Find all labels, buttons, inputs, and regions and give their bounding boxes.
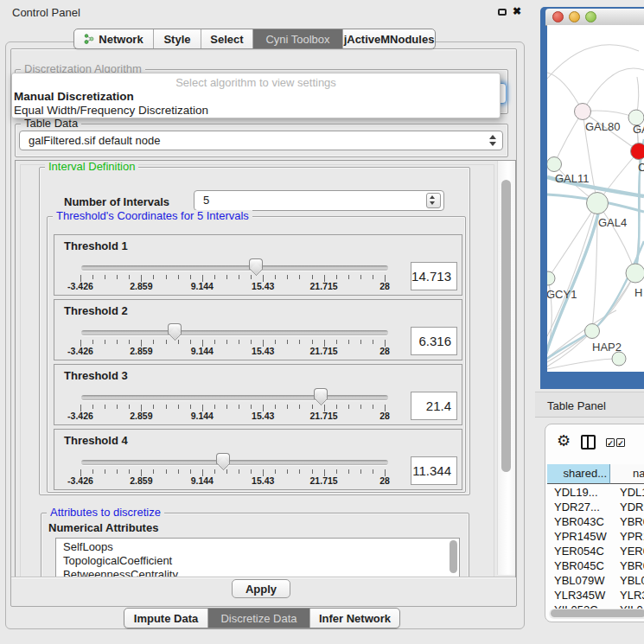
table-cell[interactable]: YBL0 bbox=[620, 574, 644, 587]
table-panel-header: Table Panel bbox=[535, 392, 644, 418]
table-hscrollbar-track[interactable] bbox=[549, 609, 644, 619]
tick-mark bbox=[105, 275, 105, 279]
dropdown-option-equal-width[interactable]: Equal Width/Frequency Discretization bbox=[14, 104, 208, 117]
list-item[interactable]: TopologicalCoefficient bbox=[63, 554, 172, 567]
table-cell[interactable]: YPR1 bbox=[620, 530, 644, 543]
list-scrollbar[interactable] bbox=[450, 540, 457, 573]
tick-mark bbox=[92, 469, 93, 474]
tick-mark bbox=[336, 340, 337, 344]
table-hscrollbar-thumb[interactable] bbox=[551, 609, 644, 617]
table-cell[interactable]: YBR0 bbox=[620, 515, 644, 528]
tab-jactivemnodules[interactable]: jActiveMNodules bbox=[343, 29, 435, 48]
split-panel-icon[interactable] bbox=[581, 435, 596, 450]
slider-track[interactable] bbox=[81, 460, 388, 465]
gear-icon[interactable]: ⚙ bbox=[557, 431, 571, 450]
network-node[interactable] bbox=[585, 324, 600, 339]
tick-mark bbox=[92, 340, 93, 344]
network-node[interactable] bbox=[626, 264, 644, 283]
network-canvas[interactable]: GAL80GACGAL11GAL4GCY1HHAP2 bbox=[547, 25, 644, 372]
table-cell[interactable]: YLR345W bbox=[554, 589, 605, 602]
slider-thumb[interactable] bbox=[249, 258, 263, 270]
tick-mark bbox=[348, 340, 349, 344]
tab-cyni-toolbox[interactable]: Cyni Toolbox bbox=[253, 29, 343, 48]
network-node[interactable] bbox=[547, 271, 555, 285]
network-edge bbox=[583, 68, 644, 112]
tick-label: 2.859 bbox=[130, 411, 152, 421]
slider-track[interactable] bbox=[81, 330, 388, 335]
tick-mark bbox=[299, 469, 300, 474]
table-cell[interactable]: YLR3 bbox=[620, 589, 644, 602]
tab-style[interactable]: Style bbox=[154, 29, 201, 48]
apply-button[interactable]: Apply bbox=[232, 579, 290, 598]
threshold-panel: Threshold 1-3.4262.8599.14415.4321.71528… bbox=[54, 234, 462, 296]
slider-track[interactable] bbox=[81, 265, 388, 271]
tick-label: 15.43 bbox=[252, 281, 274, 291]
tick-mark bbox=[153, 469, 154, 474]
slider-thumb[interactable] bbox=[216, 453, 230, 464]
close-icon[interactable]: ✖ bbox=[513, 5, 521, 17]
tick-mark bbox=[251, 340, 252, 344]
threshold-value[interactable]: 14.713 bbox=[411, 262, 457, 290]
table-cell[interactable]: YDL19... bbox=[554, 486, 598, 499]
tick-mark bbox=[214, 340, 215, 344]
table-cell[interactable]: YDR2 bbox=[620, 501, 644, 513]
spinner-buttons[interactable] bbox=[426, 193, 441, 208]
network-node[interactable] bbox=[587, 193, 609, 214]
network-node[interactable] bbox=[612, 352, 626, 366]
tick-mark bbox=[251, 405, 252, 409]
table-data-value: galFiltered.sif default node bbox=[29, 134, 160, 147]
network-edge bbox=[547, 203, 597, 336]
tick-mark bbox=[92, 275, 93, 279]
tick-label: 28 bbox=[379, 281, 390, 291]
zoom-traffic-light[interactable] bbox=[585, 11, 596, 22]
table-cell[interactable]: YBR045C bbox=[554, 559, 604, 572]
table-cell[interactable]: YDR27... bbox=[554, 501, 600, 513]
dropdown-option-manual[interactable]: Manual Discretization bbox=[14, 90, 134, 103]
tick-mark bbox=[117, 469, 118, 474]
checkbox-icon[interactable]: ✓ bbox=[616, 438, 625, 447]
tick-mark bbox=[360, 405, 361, 409]
table-header-shared[interactable]: shared... bbox=[547, 464, 610, 484]
list-item[interactable]: SelfLoops bbox=[63, 540, 113, 553]
table-cell[interactable]: YBR043C bbox=[554, 515, 604, 528]
tab-select[interactable]: Select bbox=[201, 29, 253, 48]
tick-label: -3.426 bbox=[67, 346, 93, 356]
slider-track[interactable] bbox=[81, 395, 388, 400]
table-panel: ⚙ ✓ ✓ shared...naYDL19...YDL1YDR27...YDR… bbox=[545, 424, 644, 622]
tick-mark bbox=[214, 469, 215, 474]
tick-mark bbox=[129, 469, 130, 474]
minimize-traffic-light[interactable] bbox=[569, 11, 580, 22]
bottom-tab-impute-data[interactable]: Impute Data bbox=[124, 609, 208, 628]
network-node[interactable] bbox=[575, 104, 591, 120]
network-node[interactable] bbox=[547, 157, 562, 172]
threshold-value[interactable]: 6.316 bbox=[411, 327, 457, 355]
checkbox-icon[interactable]: ✓ bbox=[606, 438, 615, 447]
table-cell[interactable]: YDL1 bbox=[620, 486, 644, 499]
threshold-value[interactable]: 21.4 bbox=[411, 392, 457, 420]
number-of-intervals-spinner[interactable]: 5 bbox=[194, 190, 444, 211]
table-cell[interactable]: YBL079W bbox=[554, 574, 605, 587]
tab-network[interactable]: Network bbox=[74, 29, 154, 48]
tick-mark bbox=[178, 340, 179, 344]
table-cell[interactable]: YPR145W bbox=[554, 530, 607, 543]
slider-thumb[interactable] bbox=[314, 388, 328, 399]
network-node-label: GCY1 bbox=[547, 288, 577, 301]
close-traffic-light[interactable] bbox=[552, 11, 564, 22]
slider-thumb[interactable] bbox=[168, 323, 182, 335]
table-cell[interactable]: YBR0 bbox=[620, 559, 644, 572]
table-header-name[interactable]: na bbox=[610, 464, 644, 484]
network-window-titlebar[interactable] bbox=[545, 9, 644, 26]
bottom-tab-discretize-data[interactable]: Discretize Data bbox=[208, 609, 310, 628]
tick-mark bbox=[287, 405, 288, 409]
threshold-value[interactable]: 11.344 bbox=[411, 456, 457, 485]
table-data-combobox[interactable]: galFiltered.sif default node bbox=[19, 131, 503, 150]
numerical-attributes-list[interactable]: SelfLoopsTopologicalCoefficientBetweenne… bbox=[55, 538, 460, 577]
tick-mark bbox=[190, 340, 191, 344]
table-cell[interactable]: YER054C bbox=[554, 545, 604, 558]
table-cell[interactable]: YER0 bbox=[620, 545, 644, 558]
scrollbar-thumb[interactable] bbox=[501, 180, 511, 472]
tick-label: 28 bbox=[379, 346, 390, 356]
bottom-tab-infer-network[interactable]: Infer Network bbox=[310, 609, 399, 628]
network-node[interactable] bbox=[631, 143, 644, 160]
float-icon[interactable] bbox=[498, 9, 507, 16]
